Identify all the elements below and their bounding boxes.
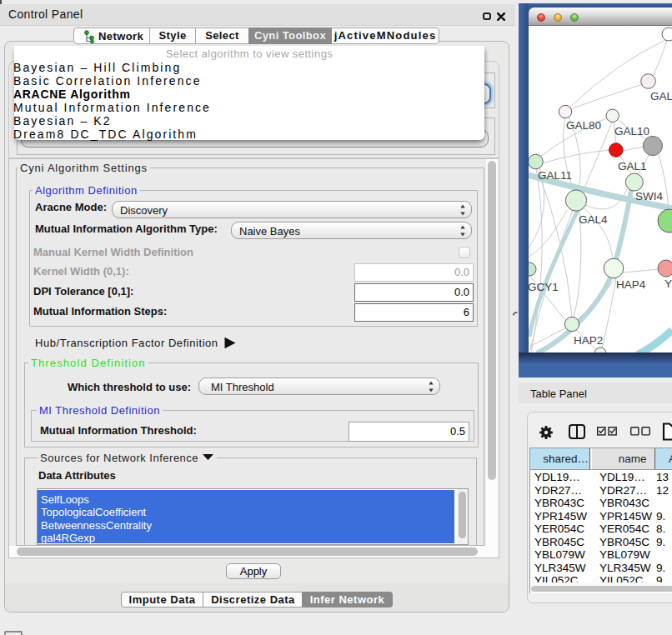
svg-text:Y: Y xyxy=(664,278,672,290)
svg-text:GCY1: GCY1 xyxy=(529,281,559,293)
svg-text:GAL11: GAL11 xyxy=(538,169,572,182)
svg-text:GAL10: GAL10 xyxy=(614,125,649,138)
svg-text:SWI4: SWI4 xyxy=(635,190,663,202)
svg-text:GAL80: GAL80 xyxy=(566,119,601,132)
svg-text:HAP4: HAP4 xyxy=(616,278,646,291)
svg-text:HAP2: HAP2 xyxy=(574,334,603,347)
svg-text:GAL1: GAL1 xyxy=(618,160,647,172)
svg-text:GAL7: GAL7 xyxy=(650,90,672,102)
svg-text:GAL4: GAL4 xyxy=(579,213,608,226)
